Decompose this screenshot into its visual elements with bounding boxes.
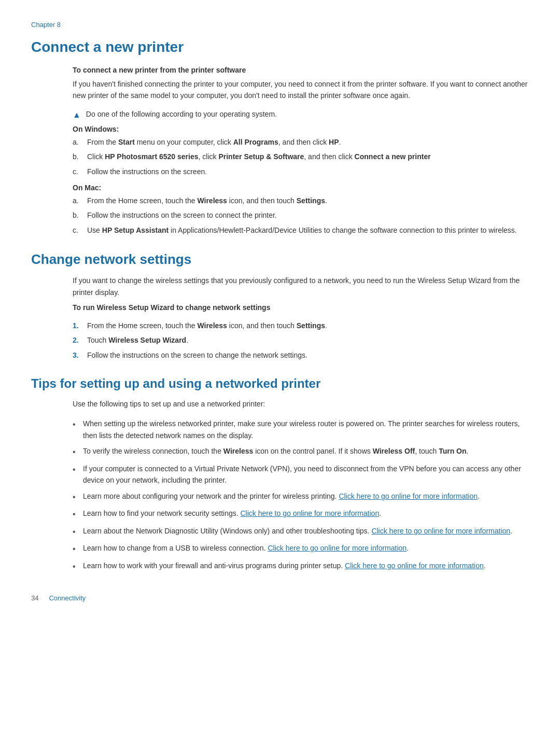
tips-intro-text: Use the following tips to set up and use… bbox=[73, 398, 529, 410]
tips-bullet-list: • When setting up the wireless networked… bbox=[73, 418, 529, 573]
mac-list: a. From the Home screen, touch the Wirel… bbox=[73, 195, 529, 236]
os-mac-section: On Mac: a. From the Home screen, touch t… bbox=[73, 184, 529, 236]
footer-section-label: Connectivity bbox=[49, 594, 86, 602]
list-item-text: Learn how to change from a USB to wirele… bbox=[83, 542, 409, 554]
list-item: • When setting up the wireless networked… bbox=[73, 418, 529, 441]
list-item-text: Learn about the Network Diagnostic Utili… bbox=[83, 525, 512, 537]
list-item-text: When setting up the wireless networked p… bbox=[83, 418, 529, 441]
section-connect-new-printer: Connect a new printer To connect a new p… bbox=[31, 39, 529, 236]
chapter-label: Chapter 8 bbox=[31, 21, 529, 29]
link-configure-network[interactable]: Click here to go online for more informa… bbox=[339, 492, 478, 500]
list-item: • Learn how to change from a USB to wire… bbox=[73, 542, 529, 556]
os-windows-section: On Windows: a. From the Start menu on yo… bbox=[73, 125, 529, 177]
connect-body-text: If you haven't finished connecting the p… bbox=[73, 78, 529, 102]
list-item-text: Use HP Setup Assistant in Applications/H… bbox=[87, 224, 517, 236]
windows-list: a. From the Start menu on your computer,… bbox=[73, 136, 529, 177]
bullet-dot: • bbox=[73, 418, 83, 431]
list-item-text: Click HP Photosmart 6520 series, click P… bbox=[87, 151, 431, 162]
bullet-dot: • bbox=[73, 490, 83, 504]
link-security-settings[interactable]: Click here to go online for more informa… bbox=[240, 509, 379, 517]
bullet-dot: • bbox=[73, 560, 83, 573]
list-letter: b. bbox=[73, 209, 87, 221]
list-item-text: From the Start menu on your computer, cl… bbox=[87, 136, 341, 148]
change-network-heading: To run Wireless Setup Wizard to change n… bbox=[73, 303, 529, 312]
list-letter: b. bbox=[73, 151, 87, 162]
list-item: c. Use HP Setup Assistant in Application… bbox=[73, 224, 529, 236]
list-number: 3. bbox=[73, 349, 87, 361]
section-title-change-network: Change network settings bbox=[31, 251, 529, 268]
footer: 34 Connectivity bbox=[31, 594, 529, 602]
list-item: a. From the Start menu on your computer,… bbox=[73, 136, 529, 148]
bullet-dot: • bbox=[73, 542, 83, 556]
bullet-dot: • bbox=[73, 463, 83, 476]
list-item-text: Follow the instructions on the screen. bbox=[87, 166, 207, 177]
os-windows-label: On Windows: bbox=[73, 125, 529, 133]
link-diagnostic-utility[interactable]: Click here to go online for more informa… bbox=[371, 527, 510, 535]
list-item-text: Touch Wireless Setup Wizard. bbox=[87, 334, 188, 346]
subsection-heading-connect: To connect a new printer from the printe… bbox=[73, 66, 529, 74]
list-item: • Learn how to work with your firewall a… bbox=[73, 560, 529, 573]
subsection-tips-intro: Use the following tips to set up and use… bbox=[73, 398, 529, 410]
triangle-icon: ▲ bbox=[73, 110, 81, 120]
list-item: • Learn how to find your network securit… bbox=[73, 508, 529, 521]
triangle-bullet-connect: ▲ Do one of the following according to y… bbox=[73, 110, 529, 120]
list-item-text: Learn more about configuring your networ… bbox=[83, 490, 480, 502]
list-item: • To verify the wireless connection, tou… bbox=[73, 445, 529, 459]
list-item-text: Follow the instructions on the screen to… bbox=[87, 209, 277, 221]
subsection-change-network: If you want to change the wireless setti… bbox=[73, 275, 529, 312]
list-item-text: If your computer is connected to a Virtu… bbox=[83, 463, 529, 486]
list-item: 1. From the Home screen, touch the Wirel… bbox=[73, 320, 529, 331]
os-mac-label: On Mac: bbox=[73, 184, 529, 192]
list-item: • If your computer is connected to a Vir… bbox=[73, 463, 529, 486]
list-letter: c. bbox=[73, 224, 87, 236]
list-item: c. Follow the instructions on the screen… bbox=[73, 166, 529, 177]
list-item-text: From the Home screen, touch the Wireless… bbox=[87, 195, 327, 206]
section-tips-networked: Tips for setting up and using a networke… bbox=[31, 376, 529, 573]
list-letter: a. bbox=[73, 195, 87, 206]
list-item-text: To verify the wireless connection, touch… bbox=[83, 445, 468, 457]
list-item: a. From the Home screen, touch the Wirel… bbox=[73, 195, 529, 206]
change-network-list: 1. From the Home screen, touch the Wirel… bbox=[31, 320, 529, 361]
triangle-text: Do one of the following according to you… bbox=[86, 110, 277, 118]
list-item: 3. Follow the instructions on the screen… bbox=[73, 349, 529, 361]
footer-page-number: 34 bbox=[31, 594, 38, 602]
list-number: 1. bbox=[73, 320, 87, 331]
list-item: b. Click HP Photosmart 6520 series, clic… bbox=[73, 151, 529, 162]
list-number: 2. bbox=[73, 334, 87, 346]
list-item-text: Follow the instructions on the screen to… bbox=[87, 349, 307, 361]
change-network-body: If you want to change the wireless setti… bbox=[73, 275, 529, 298]
bullet-dot: • bbox=[73, 445, 83, 459]
list-item-text: From the Home screen, touch the Wireless… bbox=[87, 320, 327, 331]
section-title-connect: Connect a new printer bbox=[31, 39, 529, 55]
subsection-connect: To connect a new printer from the printe… bbox=[73, 66, 529, 102]
list-item: b. Follow the instructions on the screen… bbox=[73, 209, 529, 221]
list-item-text: Learn how to find your network security … bbox=[83, 508, 381, 519]
bullet-dot: • bbox=[73, 525, 83, 539]
section-change-network: Change network settings If you want to c… bbox=[31, 251, 529, 361]
list-item: 2. Touch Wireless Setup Wizard. bbox=[73, 334, 529, 346]
list-letter: c. bbox=[73, 166, 87, 177]
list-letter: a. bbox=[73, 136, 87, 148]
link-firewall[interactable]: Click here to go online for more informa… bbox=[345, 561, 484, 570]
link-usb-wireless[interactable]: Click here to go online for more informa… bbox=[268, 544, 407, 552]
bullet-dot: • bbox=[73, 508, 83, 521]
list-item: • Learn about the Network Diagnostic Uti… bbox=[73, 525, 529, 539]
list-item: • Learn more about configuring your netw… bbox=[73, 490, 529, 504]
list-item-text: Learn how to work with your firewall and… bbox=[83, 560, 486, 571]
section-title-tips: Tips for setting up and using a networke… bbox=[31, 376, 529, 391]
